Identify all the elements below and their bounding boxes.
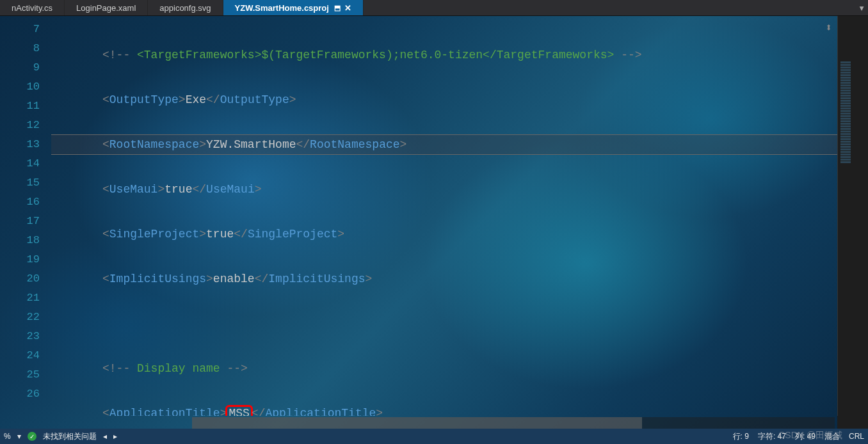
horizontal-scrollbar[interactable] [192, 417, 835, 429]
line-number: 23 [0, 327, 51, 346]
line-number: 7 [0, 20, 51, 39]
code-line: <ApplicationTitle>MSS</ApplicationTitle> [51, 404, 837, 416]
tab-loginpage[interactable]: LoginPage.xaml [65, 0, 148, 15]
close-icon[interactable]: ✕ [344, 3, 351, 13]
line-number: 15 [0, 173, 51, 193]
line-number: 18 [0, 231, 51, 250]
dropdown-icon[interactable]: ▾ [17, 432, 21, 441]
code-line-blank [51, 314, 837, 333]
line-number: 20 [0, 269, 51, 289]
tab-nactivity[interactable]: nActivity.cs [0, 0, 65, 15]
no-issues-label[interactable]: 未找到相关问题 [43, 431, 97, 442]
line-ending[interactable]: CRL [849, 432, 864, 441]
line-number: 8 [0, 39, 51, 58]
minimap[interactable] [837, 16, 868, 416]
line-number: 26 [0, 385, 51, 404]
check-icon: ✓ [28, 432, 36, 441]
line-number: 22 [0, 308, 51, 327]
split-window-icon[interactable]: ⬍ [825, 20, 832, 35]
line-number: 16 [0, 193, 51, 212]
tab-dropdown-icon[interactable]: ▾ [855, 0, 868, 15]
code-line: <!-- Display name --> [51, 359, 837, 378]
tab-appicon[interactable]: appiconfg.svg [148, 0, 223, 15]
code-area[interactable]: <!-- <TargetFrameworks>$(TargetFramework… [51, 16, 837, 416]
cursor-chars[interactable]: 字符: 47 [758, 431, 786, 442]
line-number: 12 [0, 116, 51, 135]
line-number: 11 [0, 97, 51, 116]
editor: 7 8 9 10 11 12 13 14 15 16 17 18 19 20 2… [0, 16, 868, 416]
line-number: 10 [0, 77, 51, 97]
code-line: <OutputType>Exe</OutputType> [51, 90, 837, 109]
cursor-line[interactable]: 行: 9 [733, 431, 749, 442]
highlight-box: MSS [225, 405, 252, 416]
code-line: <!-- <TargetFrameworks>$(TargetFramework… [51, 45, 837, 65]
zoom-indicator[interactable]: % [4, 432, 11, 441]
line-number: 9 [0, 58, 51, 77]
nav-left-icon[interactable]: ◂ [103, 432, 107, 441]
code-line: <SingleProject>true</SingleProject> [51, 225, 837, 244]
tab-bar: nActivity.cs LoginPage.xaml appiconfg.sv… [0, 0, 868, 16]
pin-icon[interactable]: ⬒ [334, 4, 341, 12]
tab-csproj-active[interactable]: YZW.SmartHome.csproj ⬒ ✕ [223, 0, 364, 15]
tab-label: nActivity.cs [12, 3, 52, 13]
tab-label: YZW.SmartHome.csproj [235, 3, 329, 13]
code-line: <UseMaui>true</UseMaui> [51, 180, 837, 199]
code-line: <ImplicitUsings>enable</ImplicitUsings> [51, 269, 837, 289]
line-number-gutter: 7 8 9 10 11 12 13 14 15 16 17 18 19 20 2… [0, 16, 51, 416]
scrollbar-thumb[interactable] [192, 417, 642, 429]
line-number: 17 [0, 212, 51, 231]
line-number: 14 [0, 154, 51, 173]
code-line-selected: <RootNamespace>YZW.SmartHome</RootNamesp… [51, 135, 837, 154]
line-number: 25 [0, 365, 51, 385]
line-number: 13 [0, 135, 51, 154]
cursor-col[interactable]: 列: 49 [795, 431, 816, 442]
line-number: 19 [0, 250, 51, 269]
nav-right-icon[interactable]: ▸ [113, 432, 117, 441]
line-number: 21 [0, 289, 51, 308]
status-bar: % ▾ ✓ 未找到相关问题 ◂ ▸ 行: 9 字符: 47 列: 49 混合 C… [0, 429, 868, 444]
line-number: 24 [0, 346, 51, 365]
tab-label: LoginPage.xaml [76, 3, 136, 13]
indent-mode[interactable]: 混合 [824, 431, 840, 442]
tab-label: appiconfg.svg [159, 3, 211, 13]
